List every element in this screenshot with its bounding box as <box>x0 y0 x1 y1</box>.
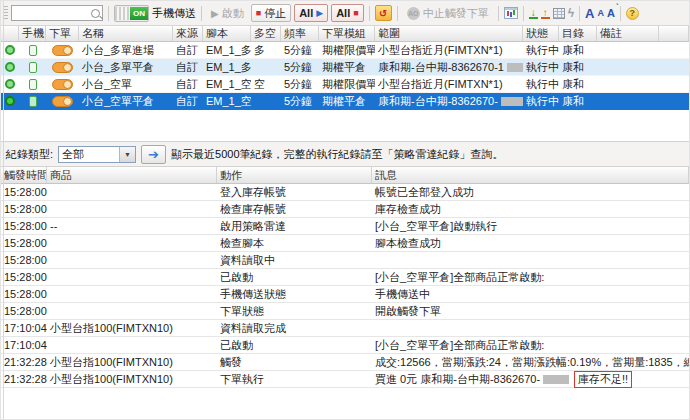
order-toggle-icon[interactable] <box>52 79 73 90</box>
start-button[interactable]: ▶ 啟動 <box>207 4 248 22</box>
status-text-cell: 執行中 <box>523 60 559 75</box>
calculator-icon[interactable] <box>553 8 565 19</box>
log-row[interactable]: 15:28:00檢查庫存帳號庫存檢查成功 <box>1 201 689 218</box>
export-icon[interactable]: ↑ <box>541 8 550 19</box>
action-cell: 資料讀取中 <box>217 253 372 268</box>
import-icon[interactable]: ↓ <box>529 8 538 19</box>
strategy-radar-window: ON 手機傳送 ▶ 啟動 ■ 停止 All ▶ All ■ ↺ AO 中止觸發下… <box>0 0 690 420</box>
log-row[interactable]: 15:28:00--啟用策略雷達[小台_空單平倉]啟動執行 <box>1 218 689 235</box>
all-stop-button[interactable]: All ■ <box>331 4 364 22</box>
record-type-dropdown[interactable]: 全部 ▼ <box>58 146 136 163</box>
report-chart-icon[interactable] <box>504 7 518 19</box>
help-icon[interactable]: ? <box>626 7 639 20</box>
log-header-cell: 動作 <box>217 167 372 183</box>
script-cell: EM_1_多 <box>203 43 251 58</box>
strategy-header-cell: 下單模組 <box>319 26 375 41</box>
phone-icon[interactable] <box>29 79 37 90</box>
search-icon[interactable] <box>91 9 100 18</box>
strategy-header-cell: 多空 <box>251 26 281 41</box>
log-row[interactable]: 21:32:28小型台指100(FIMTXN10)下單執行買進 0元 康和期-台… <box>1 371 689 388</box>
strategy-name-cell: 小台_空單 <box>79 77 173 92</box>
log-row[interactable]: 17:10:04已啟動[小台_空單平倉]全部商品正常啟動: <box>1 337 689 354</box>
product-cell: -- <box>47 220 217 232</box>
separator <box>498 6 499 21</box>
action-cell: 已啟動 <box>217 270 372 285</box>
phone-icon[interactable] <box>29 45 37 56</box>
status-text-cell: 執行中 <box>523 77 559 92</box>
record-type-label: 紀錄類型: <box>6 147 53 162</box>
font-reset-button[interactable]: A <box>607 7 615 19</box>
phone-icon[interactable] <box>29 62 37 73</box>
order-toggle-icon[interactable] <box>52 96 73 107</box>
action-cell: 下單執行 <box>217 372 372 387</box>
separator <box>201 6 202 21</box>
message-cell: 帳號已全部登入成功 <box>372 185 689 200</box>
message-cell: 開啟觸發下單 <box>372 304 689 319</box>
mobile-cell <box>19 79 46 90</box>
redacted-account <box>501 97 523 106</box>
order-toggle-cell <box>46 45 79 56</box>
target-cell: 康和 <box>559 60 597 75</box>
log-row[interactable]: 15:28:00手機傳送狀態手機傳送中 <box>1 286 689 303</box>
abort-trigger-icon: AO <box>407 7 420 20</box>
all-start-button[interactable]: All ▶ <box>294 4 328 22</box>
disconnect-icon[interactable]: ϟ <box>568 6 574 20</box>
trigger-time-cell: 15:28:00 <box>1 220 47 232</box>
strategy-table-header: 手機下單名稱來源腳本多空頻率下單模組範圍狀態目錄備註 <box>1 26 689 42</box>
status-cell <box>1 45 19 55</box>
search-input[interactable] <box>14 6 91 20</box>
record-filter-bar: 紀錄類型: 全部 ▼ ➔ 顯示最近5000筆紀錄，完整的執行紀錄請至「策略雷達紀… <box>1 141 689 167</box>
strategy-row[interactable]: 小台_多單平倉自訂EM_1_多5分鐘期權平倉康和期-台中期-8362670-1(… <box>1 59 689 76</box>
range-cell: 小型台指近月(FIMTXN*1) <box>375 77 523 92</box>
strategy-table-empty-area <box>1 110 689 141</box>
log-header-cell: 訊息 <box>372 167 689 183</box>
all-stop-label: All <box>336 7 350 19</box>
strategy-row[interactable]: 小台_多單進場自訂EM_1_多多5分鐘期權限價單小型台指近月(FIMTXN*1)… <box>1 42 689 59</box>
log-row[interactable]: 15:28:00資料讀取中 <box>1 252 689 269</box>
log-row[interactable]: 15:28:00檢查腳本腳本檢查成功 <box>1 235 689 252</box>
mobile-send-toggle[interactable]: ON <box>114 5 149 22</box>
toolbar-grip[interactable] <box>4 6 8 20</box>
status-text-cell: 執行中 <box>523 43 559 58</box>
strategy-name-cell: 小台_多單平倉 <box>79 60 173 75</box>
help-glyph: ? <box>630 8 636 18</box>
message-cell: 庫存檢查成功 <box>372 202 689 217</box>
log-row[interactable]: 17:10:04小型台指100(FIMTXN10)資料讀取完成 <box>1 320 689 337</box>
order-toggle-icon[interactable] <box>52 45 73 56</box>
stop-button[interactable]: ■ 停止 <box>251 4 291 22</box>
trigger-time-cell: 15:28:00 <box>1 288 47 300</box>
trigger-time-cell: 17:10:04 <box>1 339 47 351</box>
strategy-header-cell <box>659 26 689 41</box>
resend-icon[interactable]: ↺ <box>375 5 392 21</box>
record-type-selected: 全部 <box>59 147 119 162</box>
log-row[interactable]: 15:28:00下單狀態開啟觸發下單 <box>1 303 689 320</box>
trigger-time-cell: 15:28:00 <box>1 254 47 266</box>
action-cell: 手機傳送狀態 <box>217 287 372 302</box>
log-row[interactable]: 15:28:00登入庫存帳號帳號已全部登入成功 <box>1 184 689 201</box>
up-arrow-glyph: ↑ <box>543 8 548 17</box>
toggle-track <box>115 7 130 20</box>
product-cell: 小型台指100(FIMTXN10) <box>47 321 217 336</box>
log-row[interactable]: 21:32:28小型台指100(FIMTXN10)觸發成交:12566，當期漲跌… <box>1 354 689 371</box>
stop-label: 停止 <box>264 6 286 21</box>
font-enlarge-button[interactable]: A <box>585 6 594 21</box>
range-cell: 小型台指近月(FIMTXN*1) <box>375 43 523 58</box>
abort-trigger-button[interactable]: AO 中止觸發下單 <box>403 4 493 22</box>
action-cell: 觸發 <box>217 355 372 370</box>
strategy-row[interactable]: 小台_空單自訂EM_1_空空5分鐘期權限價單小型台指近月(FIMTXN*1)執行… <box>1 76 689 93</box>
chevron-down-icon[interactable]: ▼ <box>119 147 135 162</box>
phone-icon[interactable] <box>29 96 37 107</box>
strategy-header-cell: 手機 <box>19 26 46 41</box>
font-shrink-button[interactable]: A <box>597 8 604 18</box>
mobile-send-label[interactable]: 手機傳送 <box>152 6 196 21</box>
order-toggle-icon[interactable] <box>52 62 73 73</box>
status-text-cell: 執行中 <box>523 94 559 109</box>
strategy-row[interactable]: 小台_空單平倉自訂EM_1_空5分鐘期權平倉康和期-台中期-8362670-(庫… <box>1 93 689 110</box>
log-row[interactable]: 15:28:00已啟動[小台_空單平倉]全部商品正常啟動: <box>1 269 689 286</box>
range-cell: 康和期-台中期-8362670-1(庫存) <box>375 60 523 75</box>
log-header-cell: 觸發時間 <box>1 167 47 183</box>
down-arrow-glyph: ↓ <box>531 8 536 17</box>
redacted-account <box>507 63 523 72</box>
apply-filter-button[interactable]: ➔ <box>141 145 166 164</box>
mobile-cell <box>19 62 46 73</box>
